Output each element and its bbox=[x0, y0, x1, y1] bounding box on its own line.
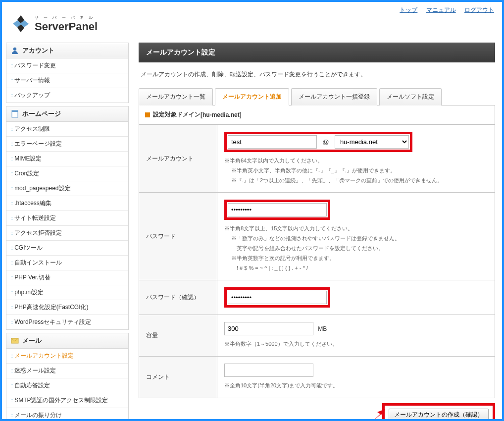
svg-rect-6 bbox=[12, 110, 18, 112]
capacity-input[interactable] bbox=[224, 322, 313, 335]
sidebar-item[interactable]: 迷惑メール設定 bbox=[6, 364, 128, 378]
row-label-password-confirm: パスワード（確認） bbox=[139, 280, 217, 315]
page-description: メールアカウントの作成、削除、転送設定、パスワード変更を行うことができます。 bbox=[139, 62, 495, 88]
sidebar-item[interactable]: バックアップ bbox=[6, 88, 128, 103]
sidebar-item[interactable]: サイト転送設定 bbox=[6, 211, 128, 226]
password-notes: ※半角8文字以上、15文字以内で入力してください。 ※「数字のみ」などの推測され… bbox=[224, 224, 488, 273]
page-title: メールアカウント設定 bbox=[139, 43, 495, 62]
comment-note: ※全角10文字(半角20文字)まで入力可能です。 bbox=[224, 381, 488, 391]
square-icon bbox=[145, 112, 150, 117]
tab-list[interactable]: メールアカウント一覧 bbox=[139, 88, 213, 105]
sidebar-header-homepage-label: ホームページ bbox=[22, 109, 61, 118]
sidebar-item[interactable]: .htaccess編集 bbox=[6, 196, 128, 211]
sidebar-item[interactable]: 自動インストール bbox=[6, 256, 128, 270]
sidebar-item[interactable]: SMTP認証の国外アクセス制限設定 bbox=[6, 393, 128, 408]
sidebar-item[interactable]: 自動応答設定 bbox=[6, 378, 128, 393]
domain-label: 設定対象ドメイン bbox=[153, 110, 201, 119]
domain-value: [hu-media.net] bbox=[201, 111, 242, 118]
sidebar-item[interactable]: WordPressセキュリティ設定 bbox=[6, 315, 128, 329]
sidebar-item[interactable]: MIME設定 bbox=[6, 152, 128, 166]
page-icon bbox=[10, 109, 19, 118]
logo-text: ServerPanel bbox=[35, 20, 98, 33]
capacity-unit: MB bbox=[318, 325, 327, 332]
capacity-note: ※半角数字（1～5000）で入力してください。 bbox=[224, 339, 488, 349]
sidebar-item[interactable]: php.ini設定 bbox=[6, 285, 128, 300]
sidebar-header-account: アカウント bbox=[6, 43, 129, 58]
row-label-capacity: 容量 bbox=[139, 315, 217, 357]
sidebar-item[interactable]: エラーページ設定 bbox=[6, 137, 128, 152]
password-confirm-input[interactable] bbox=[228, 291, 327, 304]
tab-add[interactable]: メールアカウント追加 bbox=[215, 88, 289, 105]
top-link-top[interactable]: トップ bbox=[400, 6, 417, 13]
sidebar-item[interactable]: PHP高速化設定(FastCGI化) bbox=[6, 300, 128, 315]
sidebar-item[interactable]: PHP Ver.切替 bbox=[6, 270, 128, 285]
row-label-comment: コメント bbox=[139, 357, 217, 398]
arrow-icon bbox=[365, 407, 386, 421]
sidebar-header-mail-label: メール bbox=[22, 336, 42, 345]
tab-bulk[interactable]: メールアカウント一括登録 bbox=[291, 88, 377, 105]
sidebar-item[interactable]: mod_pagespeed設定 bbox=[6, 181, 128, 196]
domain-select[interactable]: hu-media.net bbox=[335, 135, 409, 149]
sidebar-item[interactable]: CGIツール bbox=[6, 241, 128, 256]
row-label-password: パスワード bbox=[139, 193, 217, 280]
sidebar: アカウント パスワード変更 サーバー情報 バックアップ ホームページ アクセス制… bbox=[6, 43, 129, 421]
password-input[interactable] bbox=[228, 203, 327, 216]
sidebar-header-account-label: アカウント bbox=[22, 46, 54, 55]
logo-icon bbox=[11, 14, 31, 34]
comment-input[interactable] bbox=[224, 364, 313, 377]
sidebar-item[interactable]: Cron設定 bbox=[6, 166, 128, 181]
mailaccount-notes: ※半角64文字以内で入力してください。 ※半角英小文字、半角数字の他に『-』『_… bbox=[224, 156, 488, 185]
logo-kana: サ ー バ ー パ ネ ル bbox=[35, 15, 98, 20]
top-link-logout[interactable]: ログアウト bbox=[464, 6, 494, 13]
domain-bar: 設定対象ドメイン [hu-media.net] bbox=[139, 105, 495, 124]
mail-local-input[interactable] bbox=[228, 135, 317, 149]
top-link-manual[interactable]: マニュアル bbox=[426, 6, 456, 13]
at-symbol: @ bbox=[318, 138, 333, 146]
sidebar-item[interactable]: アクセス拒否設定 bbox=[6, 226, 128, 241]
sidebar-item[interactable]: メールの振り分け bbox=[6, 408, 128, 421]
mail-icon bbox=[10, 336, 19, 345]
submit-button[interactable]: メールアカウントの作成（確認） bbox=[389, 409, 489, 421]
tab-mailsoft[interactable]: メールソフト設定 bbox=[379, 88, 442, 105]
sidebar-item[interactable]: アクセス制限 bbox=[6, 122, 128, 137]
svg-point-4 bbox=[13, 48, 16, 51]
tabs: メールアカウント一覧 メールアカウント追加 メールアカウント一括登録 メールソフ… bbox=[139, 88, 495, 105]
sidebar-item[interactable]: パスワード変更 bbox=[6, 58, 128, 73]
user-icon bbox=[10, 46, 19, 55]
sidebar-header-mail: メール bbox=[6, 333, 129, 349]
sidebar-header-homepage: ホームページ bbox=[6, 106, 129, 122]
sidebar-item-mail-account[interactable]: メールアカウント設定 bbox=[6, 349, 128, 364]
sidebar-item[interactable]: サーバー情報 bbox=[6, 73, 128, 88]
row-label-mailaccount: メールアカウント bbox=[139, 125, 217, 193]
